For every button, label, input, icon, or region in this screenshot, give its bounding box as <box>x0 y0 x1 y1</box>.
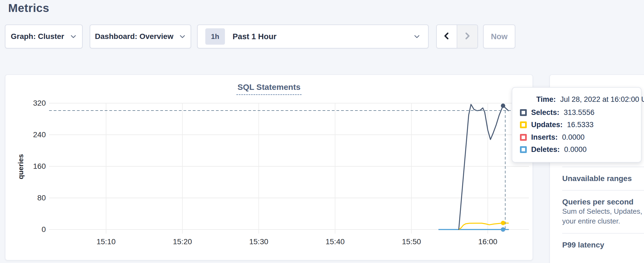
tooltip-row-deletes: Deletes:0.0000 <box>520 145 587 154</box>
time-range-badge: 1h <box>205 28 225 45</box>
sidebar-section: Unavailable ranges <box>562 167 644 190</box>
chevron-right-icon <box>463 31 472 42</box>
legend-swatch-selects <box>520 109 527 116</box>
tooltip-series-value: 313.5556 <box>564 108 595 117</box>
sidebar-section-heading: Unavailable ranges <box>562 174 644 183</box>
dashboard-dropdown[interactable]: Dashboard: Overview <box>90 25 191 48</box>
sidebar-section-description-line: your entire cluster. <box>562 216 644 226</box>
tooltip-time-value: Jul 28, 2022 at 16:02:00 UTC <box>560 95 644 104</box>
tooltip-series-label: Inserts: <box>531 133 558 142</box>
chevron-down-icon <box>413 33 420 40</box>
time-pager <box>436 25 478 48</box>
next-time-range-button[interactable] <box>457 25 478 48</box>
chart-hover-tooltip: Time: Jul 28, 2022 at 16:02:00 UTC Selec… <box>512 87 642 163</box>
tooltip-row-selects: Selects:313.5556 <box>520 108 594 117</box>
prev-time-range-button[interactable] <box>437 25 457 48</box>
legend-swatch-updates <box>520 121 527 128</box>
tooltip-time-prefix: Time: <box>536 95 556 104</box>
tooltip-row-updates: Updates:16.5333 <box>520 120 594 130</box>
graph-dropdown-label: Graph: Cluster <box>11 32 64 41</box>
x-tick-label: 15:20 <box>166 237 199 246</box>
time-range-label: Past 1 Hour <box>233 32 413 41</box>
x-tick-label: 15:10 <box>90 237 122 246</box>
time-range-selector[interactable]: 1h Past 1 Hour <box>197 25 429 48</box>
sidebar-section: Queries per secondSum of Selects, Update… <box>562 190 644 233</box>
y-tick-label: 0 <box>27 225 46 234</box>
now-button[interactable]: Now <box>483 25 515 48</box>
chevron-down-icon <box>179 33 186 40</box>
sidebar-section-heading: Queries per second <box>562 198 644 206</box>
graph-dropdown[interactable]: Graph: Cluster <box>5 25 83 48</box>
sidebar-section: P99 latency <box>562 233 644 256</box>
dashboard-dropdown-label: Dashboard: Overview <box>95 32 173 41</box>
summary-sidebar-content: Unavailable rangesQueries per secondSum … <box>562 167 644 256</box>
tooltip-series-label: Updates: <box>531 121 563 129</box>
sql-statements-chart-card <box>5 74 533 261</box>
y-tick-label: 320 <box>27 99 46 108</box>
chevron-down-icon <box>70 33 77 40</box>
y-tick-label: 240 <box>27 130 46 139</box>
tooltip-series-value: 16.5333 <box>567 121 594 129</box>
tooltip-series-label: Selects: <box>531 108 559 117</box>
y-tick-label: 80 <box>27 194 46 202</box>
x-tick-label: 15:30 <box>242 237 275 246</box>
x-tick-label: 16:00 <box>471 237 504 246</box>
y-tick-label: 160 <box>27 162 46 171</box>
tooltip-series-value: 0.0000 <box>564 145 587 154</box>
tooltip-series-label: Deletes: <box>531 145 560 154</box>
page-title: Metrics <box>8 2 49 15</box>
y-axis-label: queries <box>17 139 26 194</box>
chevron-left-icon <box>442 31 451 42</box>
legend-swatch-inserts <box>520 134 527 141</box>
sidebar-section-heading: P99 latency <box>562 241 644 249</box>
tooltip-time-row: Time: Jul 28, 2022 at 16:02:00 UTC <box>536 95 644 104</box>
chart-title-link[interactable]: SQL Statements <box>236 82 302 95</box>
chart-title-wrap: SQL Statements <box>5 82 533 95</box>
tooltip-series-value: 0.0000 <box>562 133 585 142</box>
legend-swatch-deletes <box>520 146 527 153</box>
x-tick-label: 15:40 <box>319 237 351 246</box>
tooltip-row-inserts: Inserts:0.0000 <box>520 133 585 142</box>
sidebar-section-description-line: Sum of Selects, Updates, Inserts, and <box>562 206 644 216</box>
x-tick-label: 15:50 <box>395 237 428 246</box>
